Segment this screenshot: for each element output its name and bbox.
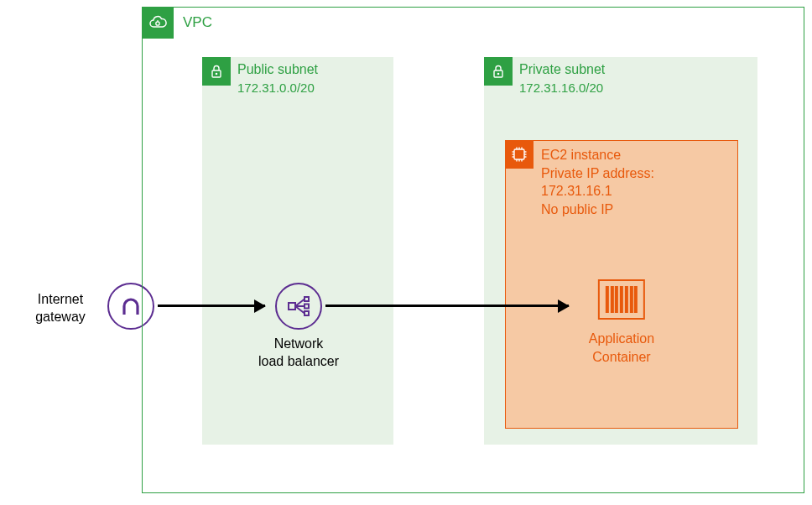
vpc-title: VPC xyxy=(183,14,212,31)
arrow-igw-to-nlb xyxy=(158,305,265,307)
svg-rect-22 xyxy=(304,311,309,315)
ec2-label-block: EC2 instance Private IP address: 172.31.… xyxy=(541,146,654,218)
ec2-title: EC2 instance xyxy=(541,146,654,164)
svg-point-3 xyxy=(216,73,218,75)
svg-point-0 xyxy=(156,22,159,25)
public-subnet-title: Public subnet xyxy=(237,62,318,77)
application-container-label: ApplicationContainer xyxy=(589,330,654,366)
svg-line-25 xyxy=(295,306,304,314)
private-subnet-icon-badge xyxy=(484,57,513,86)
arrow-nlb-to-container xyxy=(325,305,569,307)
lock-icon xyxy=(208,63,225,80)
svg-point-5 xyxy=(497,73,500,75)
cloud-icon xyxy=(148,13,168,33)
public-subnet-icon-badge xyxy=(202,57,231,86)
gateway-arch-icon xyxy=(119,294,143,318)
load-balancer-icon xyxy=(284,292,313,320)
ec2-private-ip: 172.31.16.1 xyxy=(541,182,654,200)
internet-gateway-label: Internetgateway xyxy=(18,291,102,326)
ec2-icon-badge xyxy=(505,140,534,169)
ec2-instance-box: EC2 instance Private IP address: 172.31.… xyxy=(505,140,738,429)
svg-rect-21 xyxy=(304,305,309,309)
lock-icon xyxy=(490,63,507,80)
svg-line-23 xyxy=(295,299,304,307)
svg-rect-19 xyxy=(289,303,295,310)
application-container-block: ApplicationContainer xyxy=(589,279,654,366)
network-load-balancer-icon xyxy=(275,283,322,330)
chip-icon xyxy=(510,145,528,164)
svg-rect-20 xyxy=(304,297,309,301)
private-subnet-cidr: 172.31.16.0/20 xyxy=(519,81,603,95)
ec2-no-public-ip: No public IP xyxy=(541,200,654,219)
text: Internetgateway xyxy=(35,292,86,324)
ec2-private-ip-label: Private IP address: xyxy=(541,164,654,183)
network-load-balancer-label: Networkload balancer xyxy=(248,336,349,371)
private-subnet-title: Private subnet xyxy=(519,62,605,77)
architecture-diagram: Internetgateway VPC Public subnet 172.3 xyxy=(0,0,812,505)
vpc-icon-badge xyxy=(142,7,174,39)
public-subnet-cidr: 172.31.0.0/20 xyxy=(237,81,315,95)
container-icon xyxy=(598,279,645,320)
svg-rect-6 xyxy=(514,149,524,159)
svg-rect-1 xyxy=(157,20,158,22)
public-subnet-box: Public subnet 172.31.0.0/20 xyxy=(202,57,393,445)
